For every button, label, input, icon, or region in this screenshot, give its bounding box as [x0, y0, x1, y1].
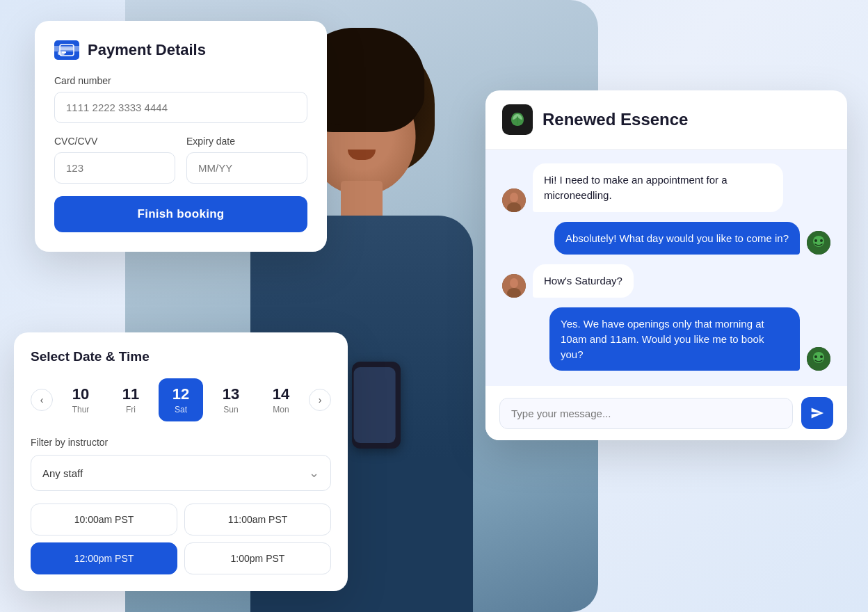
- user-avatar-1: [502, 188, 526, 212]
- svg-point-15: [814, 355, 817, 358]
- time-slots: 10:00am PST 11:00am PST 12:00pm PST 1:00…: [31, 504, 331, 574]
- chat-card: Renewed Essence Hi! I need to make an ap…: [485, 90, 847, 440]
- svg-point-8: [814, 239, 817, 242]
- card-number-input[interactable]: [54, 92, 307, 123]
- staff-select-value: Any staff: [42, 467, 83, 479]
- payment-title: Payment Details: [88, 41, 206, 59]
- message-row-3: How's Saturday?: [502, 264, 830, 298]
- send-icon: [810, 406, 824, 420]
- cvc-label: CVC/CVV: [54, 136, 175, 147]
- datetime-card: Select Date & Time ‹ 10 Thur 11 Fri 12 S…: [14, 332, 348, 591]
- message-row-1: Hi! I need to make an appointment for a …: [502, 163, 830, 212]
- filter-label: Filter by instructor: [31, 437, 331, 448]
- card-number-label: Card number: [54, 75, 307, 86]
- message-4: Yes. We have openings only that morning …: [549, 307, 800, 371]
- cvc-input[interactable]: [54, 152, 175, 184]
- chat-input-area: [485, 386, 847, 440]
- message-2: Absolutely! What day would you like to c…: [554, 222, 800, 255]
- svg-point-4: [510, 193, 518, 202]
- message-3: How's Saturday?: [533, 264, 634, 298]
- chat-input[interactable]: [499, 398, 793, 429]
- next-date-arrow[interactable]: ›: [309, 389, 331, 411]
- date-item-14[interactable]: 14 Mon: [259, 378, 303, 421]
- finish-booking-button[interactable]: Finish booking: [54, 196, 307, 232]
- message-row-2: Absolutely! What day would you like to c…: [502, 222, 830, 255]
- svg-rect-1: [60, 47, 74, 50]
- date-item-12[interactable]: 12 Sat: [159, 378, 203, 421]
- business-name: Renewed Essence: [542, 110, 688, 129]
- prev-date-arrow[interactable]: ‹: [31, 389, 53, 411]
- datetime-title: Select Date & Time: [31, 349, 331, 364]
- expiry-label: Expiry date: [186, 136, 307, 147]
- expiry-input[interactable]: [186, 152, 307, 184]
- user-avatar-2: [502, 274, 526, 298]
- date-nav: ‹ 10 Thur 11 Fri 12 Sat 13 Sun 14 Mon: [31, 378, 331, 421]
- send-button[interactable]: [801, 397, 833, 429]
- time-slot-1300[interactable]: 1:00pm PST: [184, 542, 331, 574]
- chat-header: Renewed Essence: [485, 90, 847, 150]
- bot-avatar-2: [807, 347, 830, 371]
- date-items: 10 Thur 11 Fri 12 Sat 13 Sun 14 Mon: [58, 378, 303, 421]
- chat-body: Hi! I need to make an appointment for a …: [485, 150, 847, 386]
- business-logo: [502, 104, 533, 135]
- date-item-11[interactable]: 11 Fri: [108, 378, 153, 421]
- credit-card-icon: [54, 40, 79, 60]
- svg-rect-0: [60, 45, 74, 56]
- bot-avatar-1: [807, 231, 830, 255]
- svg-point-11: [510, 278, 518, 288]
- svg-point-9: [820, 239, 823, 242]
- svg-rect-2: [62, 51, 66, 54]
- message-1: Hi! I need to make an appointment for a …: [533, 163, 783, 212]
- date-item-10[interactable]: 10 Thur: [58, 378, 103, 421]
- payment-card: Payment Details Card number CVC/CVV Expi…: [35, 21, 327, 252]
- time-slot-1100[interactable]: 11:00am PST: [184, 504, 331, 536]
- time-slot-1200[interactable]: 12:00pm PST: [31, 542, 177, 574]
- date-item-13[interactable]: 13 Sun: [209, 378, 253, 421]
- time-slot-1000[interactable]: 10:00am PST: [31, 504, 177, 536]
- svg-point-16: [820, 355, 823, 358]
- chevron-down-icon: ⌄: [309, 465, 319, 481]
- payment-card-header: Payment Details: [54, 40, 307, 60]
- staff-select[interactable]: Any staff ⌄: [31, 455, 331, 491]
- message-row-4: Yes. We have openings only that morning …: [502, 307, 830, 371]
